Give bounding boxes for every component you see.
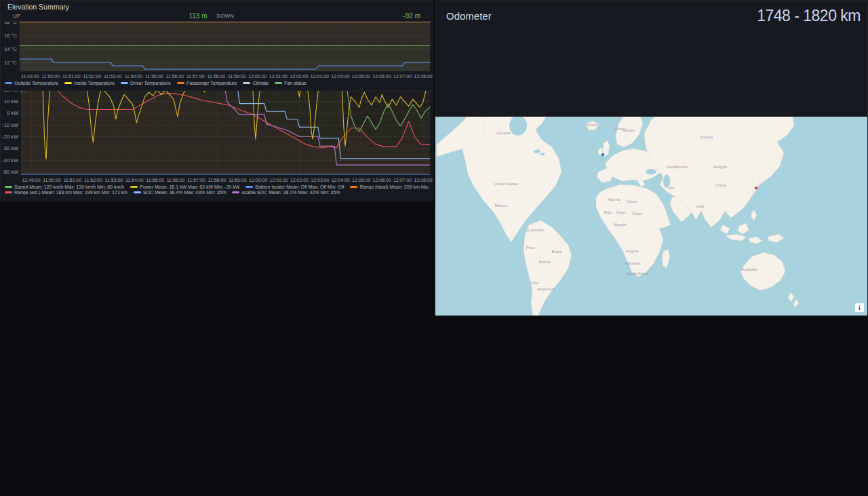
temperatures-legend: Outside TemperatureInside TemperatureDri… <box>1 81 433 85</box>
map-country-label: Mali <box>604 210 611 214</box>
odometer-value: 1748 - 1820 km <box>757 7 861 25</box>
svg-text:11:49:00: 11:49:00 <box>21 74 39 79</box>
svg-text:10 kW: 10 kW <box>4 98 19 104</box>
map-country-label: South Africa <box>627 271 649 275</box>
panel-title: Elevation Summary <box>1 1 433 11</box>
legend-item[interactable]: Inside Temperature <box>64 81 115 85</box>
svg-text:11:56:00: 11:56:00 <box>167 178 185 183</box>
svg-text:-40 kW: -40 kW <box>2 157 19 164</box>
svg-text:11:53:00: 11:53:00 <box>104 178 123 183</box>
svg-text:12:00:00: 12:00:00 <box>249 178 267 183</box>
legend-item[interactable]: Power Mean: 18.1 kW Max: 63 kW Min: -39 … <box>130 185 239 189</box>
map-marker <box>601 153 604 156</box>
svg-text:0 kW: 0 kW <box>7 110 19 116</box>
svg-text:11:49:00: 11:49:00 <box>22 178 41 183</box>
map-country-label: Angola <box>626 249 639 253</box>
map-country-label: Chile <box>530 281 539 285</box>
down-label: DOWN <box>217 13 403 19</box>
map-country-label: India <box>695 204 705 208</box>
svg-text:12:06:00: 12:06:00 <box>372 74 391 79</box>
map-country-label: China <box>715 183 726 187</box>
map-country-label: Peru <box>526 246 535 250</box>
svg-text:12:01:00: 12:01:00 <box>269 74 288 79</box>
svg-text:14 °C: 14 °C <box>4 46 17 52</box>
map-country-label: Colombia <box>526 228 544 232</box>
svg-text:11:51:00: 11:51:00 <box>64 178 82 183</box>
down-value: -92 m <box>403 12 420 20</box>
map-country-label: Iran <box>669 186 675 190</box>
svg-text:11:55:00: 11:55:00 <box>146 178 164 183</box>
svg-text:12:05:00: 12:05:00 <box>352 74 370 79</box>
svg-text:-50 kW: -50 kW <box>2 169 19 175</box>
map-country-label: Namibia <box>625 261 641 265</box>
up-value: 113 m <box>189 12 216 20</box>
elevation-summary-panel: Elevation Summary UP 113 m DOWN -92 m <box>0 0 433 22</box>
grafana-teslamate-dashboard: { "topbar": { "car_label": "Car", "car_v… <box>0 0 868 496</box>
drive-legend: Speed Mean: 120 km/h Max: 130 km/h Min: … <box>1 185 433 195</box>
map-country-label: Canada <box>496 131 511 135</box>
svg-text:11:59:00: 11:59:00 <box>228 74 246 79</box>
svg-text:11:57:00: 11:57:00 <box>187 178 205 183</box>
map-country-label: Mexico <box>494 204 508 208</box>
legend-item[interactable]: Passenger Temperature <box>177 81 237 85</box>
svg-text:12:00:00: 12:00:00 <box>248 74 267 79</box>
svg-text:12:06:00: 12:06:00 <box>373 178 391 183</box>
svg-text:12:07:00: 12:07:00 <box>393 74 412 79</box>
svg-text:-30 kW: -30 kW <box>2 145 19 151</box>
legend-item[interactable]: Battery heater Mean: Off Max: Off Min: O… <box>245 185 344 189</box>
svg-text:11:55:00: 11:55:00 <box>145 74 163 79</box>
map-country-label: Bolivia <box>538 260 551 264</box>
legend-item[interactable]: Range (est.) Mean: 183 km Max: 199 km Mi… <box>5 190 127 195</box>
temperatures-chart[interactable]: 18 °C16 °C14 °C12 °C11:49:0011:50:0011:5… <box>1 12 433 80</box>
elevation-down-stat: DOWN -92 m <box>217 12 421 20</box>
up-label: UP <box>13 13 189 19</box>
legend-item[interactable]: Outside Temperature <box>5 81 58 85</box>
map-country-label: Sweden <box>623 128 635 132</box>
map-country-label: Australia <box>741 267 757 271</box>
stat-title: Odometer <box>446 10 757 22</box>
map-country-label: Mongolia <box>713 165 728 169</box>
svg-text:12:04:00: 12:04:00 <box>332 178 350 183</box>
svg-text:11:54:00: 11:54:00 <box>124 74 142 79</box>
map-marker <box>755 187 757 189</box>
svg-text:12:01:00: 12:01:00 <box>269 178 288 183</box>
legend-item[interactable]: Fan status <box>275 81 307 85</box>
map-country-label: Iceland <box>587 123 597 127</box>
svg-text:-10 kW: -10 kW <box>2 122 19 128</box>
svg-text:11:59:00: 11:59:00 <box>229 178 247 183</box>
svg-text:11:56:00: 11:56:00 <box>165 74 184 79</box>
map-country-label: Russia <box>701 135 713 139</box>
svg-text:11:58:00: 11:58:00 <box>208 178 226 183</box>
odometer-panel: Odometer 1748 - 1820 km <box>435 0 868 117</box>
svg-text:12:08:00: 12:08:00 <box>414 178 432 183</box>
svg-text:12:08:00: 12:08:00 <box>414 74 432 79</box>
svg-text:11:58:00: 11:58:00 <box>207 74 225 79</box>
legend-item[interactable]: Speed Mean: 120 km/h Max: 130 km/h Min: … <box>5 185 124 189</box>
svg-text:11:57:00: 11:57:00 <box>186 74 205 79</box>
svg-text:12:03:00: 12:03:00 <box>311 74 329 79</box>
map-country-label: Niger <box>616 210 626 214</box>
map-country-label: Libya <box>627 199 637 204</box>
map-country-label: Chad <box>632 212 642 216</box>
map-country-label: Algeria <box>608 197 620 202</box>
elevation-summary-row: UP 113 m DOWN -92 m <box>1 12 433 20</box>
svg-text:12:07:00: 12:07:00 <box>393 178 412 183</box>
svg-text:12:05:00: 12:05:00 <box>352 178 370 183</box>
svg-text:11:53:00: 11:53:00 <box>104 74 122 79</box>
legend-item[interactable]: usable SOC Mean: 38.1% Max: 42% Min: 35% <box>232 190 340 195</box>
svg-text:16 °C: 16 °C <box>4 33 17 39</box>
map-country-label: United States <box>494 182 518 186</box>
svg-text:11:50:00: 11:50:00 <box>41 74 60 79</box>
svg-text:11:52:00: 11:52:00 <box>84 178 102 183</box>
legend-item[interactable]: SOC Mean: 38.4% Max: 43% Min: 35% <box>134 190 226 195</box>
map-attribution-toggle[interactable]: i <box>855 303 864 312</box>
svg-text:12 °C: 12 °C <box>4 60 17 66</box>
elevation-up-stat: UP 113 m <box>13 12 217 20</box>
svg-text:12:02:00: 12:02:00 <box>290 178 309 183</box>
svg-text:12:03:00: 12:03:00 <box>311 178 329 183</box>
legend-item[interactable]: Range (ideal) Mean: 209 km Max: 233 km M… <box>350 185 429 189</box>
legend-item[interactable]: Climate <box>243 81 269 85</box>
legend-item[interactable]: Driver Temperature <box>121 81 171 85</box>
svg-text:12:04:00: 12:04:00 <box>331 74 349 79</box>
map-country-label: Argentina <box>537 287 555 291</box>
